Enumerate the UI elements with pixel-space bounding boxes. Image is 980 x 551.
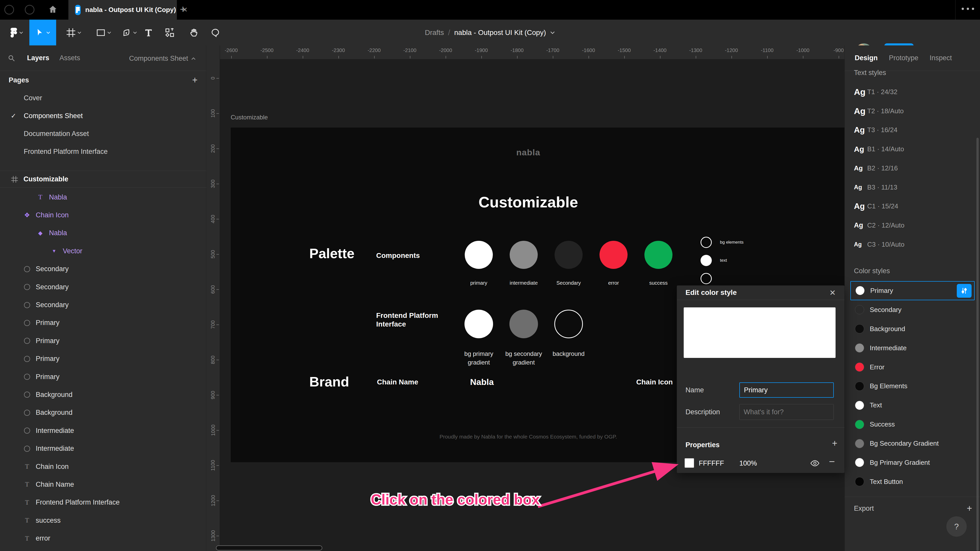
add-property-icon[interactable]: + — [832, 438, 837, 449]
layer-row[interactable]: Intermediate — [0, 440, 206, 457]
page-item[interactable]: Documentation Asset — [0, 125, 206, 143]
add-page-icon[interactable]: + — [192, 75, 197, 86]
file-menu-chevron-icon[interactable] — [550, 31, 555, 34]
close-icon[interactable]: ✕ — [829, 288, 836, 297]
text-style-row[interactable]: Ag T1 · 24/32 — [845, 83, 980, 102]
color-circle[interactable] — [644, 241, 673, 269]
text-style-row[interactable]: Ag B2 · 12/16 — [845, 159, 980, 178]
frame-tool-button[interactable] — [61, 20, 87, 45]
color-circle[interactable] — [465, 241, 493, 269]
palette-swatch[interactable]: primary — [456, 241, 501, 286]
property-hex[interactable]: FFFFFF — [699, 459, 724, 467]
layer-row[interactable]: Chain Icon — [0, 206, 206, 224]
add-export-icon[interactable]: + — [967, 503, 972, 514]
search-icon[interactable] — [8, 54, 15, 62]
panel-tab[interactable]: Prototype — [889, 54, 918, 62]
remove-property-icon[interactable]: − — [829, 456, 835, 467]
mini-swatch[interactable] — [700, 273, 744, 284]
color-circle[interactable] — [554, 310, 583, 338]
color-style-row[interactable]: Intermediate — [845, 338, 980, 358]
color-style-row[interactable]: Background — [845, 319, 980, 338]
color-circle[interactable] — [700, 255, 712, 266]
color-circle[interactable] — [509, 310, 538, 338]
layer-row[interactable]: Nabla — [0, 224, 206, 242]
edit-style-button[interactable] — [957, 284, 972, 298]
move-tool-button[interactable] — [29, 20, 56, 45]
text-style-row[interactable]: Ag B3 · 11/13 — [845, 178, 980, 197]
layer-row[interactable]: error — [0, 529, 206, 547]
description-input[interactable] — [739, 404, 834, 420]
color-circle[interactable] — [465, 310, 493, 338]
palette-swatch[interactable]: success — [636, 241, 681, 286]
color-style-row[interactable]: Bg Primary Gradient — [845, 453, 980, 472]
layer-row[interactable]: Chain Name — [0, 475, 206, 493]
layer-row[interactable]: Nabla — [0, 188, 206, 206]
file-tab[interactable]: nabla - Outpost UI Kit (Copy) ✕ — [68, 0, 177, 20]
color-circle[interactable] — [555, 241, 583, 269]
color-style-row[interactable]: Bg Elements — [845, 376, 980, 395]
layer-row[interactable]: Secondary — [0, 296, 206, 314]
layer-row[interactable]: Secondary — [0, 278, 206, 296]
tab-assets[interactable]: Assets — [59, 54, 80, 62]
panel-tab[interactable]: Inspect — [930, 54, 952, 62]
help-button[interactable]: ? — [946, 516, 967, 537]
panel-tab[interactable]: Design — [855, 54, 878, 62]
color-style-row[interactable]: Text — [845, 395, 980, 415]
layer-row[interactable]: Frontend Platform Interface — [0, 494, 206, 511]
breadcrumb-file-name[interactable]: nabla - Outpost UI Kit (Copy) — [454, 29, 546, 37]
page-selector[interactable]: Components Sheet — [129, 55, 196, 62]
mini-swatch[interactable]: text — [700, 255, 744, 266]
comment-tool-button[interactable] — [206, 20, 224, 45]
canvas[interactable]: -2600-2500-2400-2300-2200-2100-2000-1900… — [206, 45, 845, 551]
hand-tool-button[interactable] — [185, 20, 203, 45]
shape-tool-button[interactable] — [90, 20, 118, 45]
layer-section-header[interactable]: Customizable — [0, 171, 206, 187]
color-circle[interactable] — [510, 241, 538, 269]
text-style-row[interactable]: Ag C3 · 10/Auto — [845, 235, 980, 254]
fpi-swatch[interactable]: bg secondary gradient — [501, 310, 546, 367]
new-tab-button[interactable]: + — [180, 3, 186, 15]
palette-swatch[interactable]: error — [591, 241, 636, 286]
property-opacity[interactable]: 100% — [739, 459, 757, 467]
palette-swatch[interactable]: intermediate — [501, 241, 546, 286]
layer-row[interactable]: Primary — [0, 314, 206, 332]
color-circle[interactable] — [700, 237, 712, 248]
window-control-icon[interactable] — [25, 5, 35, 14]
text-style-row[interactable]: Ag T3 · 16/24 — [845, 121, 980, 140]
layer-row[interactable]: Primary — [0, 368, 206, 386]
layer-row[interactable]: Intermediate — [0, 422, 206, 440]
page-item[interactable]: ✓ Components Sheet — [0, 107, 206, 125]
color-style-row[interactable]: Bg Secondary Gradient — [845, 434, 980, 453]
panel-scrollbar[interactable] — [977, 138, 979, 551]
fpi-swatch[interactable]: background — [546, 310, 591, 367]
name-input[interactable] — [739, 383, 834, 398]
layer-row[interactable]: Primary — [0, 332, 206, 350]
export-header[interactable]: Export — [854, 505, 874, 513]
horizontal-scrollbar[interactable] — [216, 545, 322, 551]
layer-row[interactable]: success — [0, 511, 206, 529]
color-style-row[interactable]: Success — [845, 415, 980, 434]
layer-row[interactable]: Background — [0, 404, 206, 422]
layer-row[interactable]: Vector — [0, 242, 206, 260]
layer-row[interactable]: Background — [0, 386, 206, 403]
color-circle[interactable] — [600, 241, 628, 269]
page-item[interactable]: Cover — [0, 89, 206, 107]
visibility-eye-icon[interactable] — [810, 458, 820, 468]
palette-swatch[interactable]: Secondary — [546, 241, 591, 286]
main-menu-button[interactable] — [6, 20, 27, 45]
breadcrumb-drafts[interactable]: Drafts — [425, 29, 444, 37]
text-style-row[interactable]: Ag C2 · 12/Auto — [845, 216, 980, 235]
pen-tool-button[interactable] — [115, 20, 143, 45]
text-style-row[interactable]: Ag B1 · 14/Auto — [845, 140, 980, 159]
tab-layers[interactable]: Layers — [27, 54, 49, 62]
component-tool-button[interactable] — [161, 20, 179, 45]
color-style-row[interactable]: Text Button — [845, 472, 980, 491]
frame-title[interactable]: Customizable — [231, 114, 268, 121]
page-item[interactable]: Frontend Platform Interface — [0, 143, 206, 160]
color-circle[interactable] — [700, 273, 712, 284]
window-control-icon[interactable] — [4, 5, 14, 14]
layer-row[interactable]: Primary — [0, 350, 206, 368]
mini-swatch[interactable]: bg elements — [700, 237, 744, 248]
color-style-row[interactable]: Error — [845, 358, 980, 377]
fpi-swatch[interactable]: bg primary gradient — [456, 310, 501, 367]
